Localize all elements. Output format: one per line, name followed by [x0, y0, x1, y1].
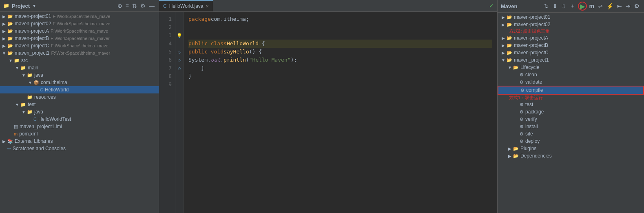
tree-icon-folder: 📁 — [27, 109, 33, 115]
maven-download-icon[interactable]: ⬇ — [551, 2, 559, 10]
tab-close-icon[interactable]: ✕ — [206, 4, 209, 9]
close-panel-icon[interactable]: — — [148, 2, 155, 10]
maven-panel-title: Maven — [501, 3, 517, 9]
maven-tree-item-install[interactable]: ⚙ install — [498, 123, 644, 130]
tree-label: main — [28, 65, 38, 71]
maven-arrow: ▶ — [501, 51, 506, 55]
maven-item-label: install — [525, 124, 538, 129]
settings-icon[interactable]: ⚙ — [139, 2, 146, 10]
project-tree-item-main[interactable]: ▼ 📁 main — [0, 64, 159, 71]
line-number-3: 3 — [162, 31, 172, 40]
maven-item-label: maven-projectA — [514, 35, 548, 41]
maven-tree-item-plugins[interactable]: ▶ 📂 Plugins — [498, 145, 644, 152]
maven-lightning-icon[interactable]: ⚡ — [605, 2, 615, 10]
maven-tree-item-mp1[interactable]: ▼ 📂 maven_project1 — [498, 56, 644, 64]
project-tree: ▶ 📂 maven-project01 F:\WorkSpace\itheima… — [0, 12, 159, 213]
maven-item-label: deploy — [525, 138, 540, 144]
maven-tree-item-mp02[interactable]: ▶ 📂 maven-project02 — [498, 21, 644, 28]
project-tree-item-maven-projectC[interactable]: ▶ 📂 maven-projectC F:\WorkSpace\itheima_… — [0, 42, 159, 49]
editor-tabs-bar: C HelloWorld.java ✕ ✓ — [159, 0, 497, 12]
maven-tree-item-package[interactable]: ⚙ package — [498, 108, 644, 115]
tree-arrow: ▼ — [21, 73, 26, 78]
maven-tree-item-mpC[interactable]: ▶ 📂 maven-projectC — [498, 49, 644, 56]
maven-tree-item-site[interactable]: ⚙ site — [498, 130, 644, 138]
maven-arrow: ▶ — [507, 154, 512, 158]
maven-settings-icon[interactable]: ⚙ — [633, 2, 641, 10]
maven-tree-item-clean[interactable]: ⚙ clean — [498, 71, 644, 78]
project-tree-item-HelloWorld[interactable]: C HelloWorld — [0, 86, 159, 93]
maven-skip-tests-icon[interactable]: ⇌ — [597, 2, 604, 10]
maven-toolbar: ↻ ⬇ ⇩ ＋ ▶ m ⇌ ⚡ ⇤ ⇥ ⚙ — [543, 2, 641, 11]
project-tree-item-resources[interactable]: 📁 resources — [0, 93, 159, 101]
maven-tree-item-verify[interactable]: ⚙ verify — [498, 115, 644, 123]
project-tree-item-HelloWorldTest[interactable]: C HelloWorldTest — [0, 115, 159, 123]
maven-tree-item-deploy[interactable]: ⚙ deploy — [498, 138, 644, 145]
maven-import-icon[interactable]: ⇩ — [560, 2, 567, 10]
code-editor[interactable]: package com.itheima;public class HelloWo… — [184, 12, 497, 213]
project-tree-item-maven_project1.iml[interactable]: ▤ maven_project1.iml — [0, 123, 159, 130]
tree-label: test — [28, 102, 35, 107]
sort-icon[interactable]: ⇅ — [131, 2, 138, 10]
maven-refresh-icon[interactable]: ↻ — [543, 2, 550, 10]
tree-icon-class: C — [40, 87, 43, 92]
maven-tree-item-dependencies[interactable]: ▶ 📂 Dependencies — [498, 152, 644, 160]
project-tree-item-maven-project02[interactable]: ▶ 📂 maven-project02 F:\WorkSpace\itheima… — [0, 20, 159, 27]
project-tree-item-maven-project01[interactable]: ▶ 📂 maven-project01 F:\WorkSpace\itheima… — [0, 13, 159, 20]
project-tree-item-com.itheima[interactable]: ▼ 📦 com.itheima — [0, 79, 159, 86]
gutter-item-1 — [176, 15, 182, 23]
project-panel-header: 📁 Project ▼ ⊕ ≡ ⇅ ⚙ — — [0, 0, 159, 12]
tab-helloworld-java[interactable]: C HelloWorld.java ✕ — [159, 0, 213, 11]
project-tree-item-maven_project1[interactable]: ▼ 📂 maven_project1 F:\WorkSpace\itheima_… — [0, 49, 159, 57]
maven-tree-item-validate[interactable]: ⚙ validate — [498, 78, 644, 86]
maven-align-left-icon[interactable]: ⇤ — [616, 2, 623, 10]
maven-tree: ▶ 📂 maven-project01 ▶ 📂 maven-project02 … — [498, 13, 644, 213]
gutter-item-5: ◇ — [176, 48, 182, 56]
maven-m-icon[interactable]: m — [588, 2, 595, 10]
project-tree-item-src[interactable]: ▼ 📁 src — [0, 57, 159, 64]
maven-icon-project: 📂 — [507, 50, 512, 55]
tree-icon-scratch: ✏ — [7, 146, 11, 151]
tree-label: java — [34, 109, 43, 115]
project-tree-item-maven-projectA[interactable]: ▶ 📂 maven-projectA F:\WorkSpace\itheima_… — [0, 27, 159, 35]
maven-icon-gear: ⚙ — [520, 124, 524, 129]
maven-tree-item-mpB[interactable]: ▶ 📂 maven-projectB — [498, 42, 644, 49]
annotation2-marker: 方式2: — [509, 28, 522, 34]
maven-icon-project: 📂 — [507, 43, 512, 48]
maven-tree-item-lifecycle[interactable]: ▼ 📂 Lifecycle — [498, 64, 644, 71]
maven-item-label: package — [525, 109, 544, 115]
tree-label: HelloWorld — [45, 87, 69, 93]
maven-item-label: maven_project1 — [514, 57, 549, 63]
project-tree-item-pom.xml[interactable]: m pom.xml — [0, 130, 159, 138]
project-tree-item-External Libraries[interactable]: ▶ 📚 External Libraries — [0, 138, 159, 145]
maven-tree-item-mp01[interactable]: ▶ 📂 maven-project01 — [498, 13, 644, 21]
tab-label: HelloWorld.java — [169, 3, 204, 9]
tree-arrow: ▼ — [21, 110, 26, 114]
collapse-icon[interactable]: ≡ — [125, 2, 130, 10]
gutter-item-9 — [176, 80, 182, 89]
maven-run-button[interactable]: ▶ — [578, 2, 587, 11]
maven-item-label: site — [525, 131, 533, 137]
tree-path: F:\WorkSpace\itheima_mave — [51, 43, 108, 48]
project-tree-item-java[interactable]: ▼ 📁 java — [0, 71, 159, 79]
project-tree-item-maven-projectB[interactable]: ▶ 📂 maven-projectB F:\WorkSpace\itheima_… — [0, 35, 159, 42]
maven-arrow: ▼ — [501, 58, 506, 62]
maven-tree-item-test[interactable]: ⚙ test — [498, 101, 644, 108]
locate-icon[interactable]: ⊕ — [117, 2, 123, 10]
project-tree-item-Scratches and Consoles[interactable]: ✏ Scratches and Consoles — [0, 145, 159, 152]
tree-label: maven-project01 — [15, 13, 51, 19]
maven-tree-item-compile[interactable]: ⚙ compile — [498, 86, 644, 95]
maven-add-icon[interactable]: ＋ — [569, 2, 577, 11]
project-tree-item-test-java[interactable]: ▼ 📁 java — [0, 108, 159, 115]
project-header-left: 📁 Project ▼ — [3, 3, 36, 9]
tree-arrow: ▶ — [2, 22, 7, 26]
tree-label: maven-projectA — [15, 28, 49, 34]
tree-icon-folder: 📁 — [27, 95, 33, 100]
tree-label: pom.xml — [19, 131, 38, 137]
maven-tree-item-mpA[interactable]: ▶ 📂 maven-projectA — [498, 34, 644, 42]
tree-icon-package: 📦 — [33, 80, 39, 85]
project-dropdown-arrow[interactable]: ▼ — [32, 4, 36, 8]
tree-label: maven_project1.iml — [20, 124, 62, 129]
code-line-7: } — [188, 64, 492, 72]
maven-align-right-icon[interactable]: ⇥ — [624, 2, 632, 10]
project-tree-item-test[interactable]: ▼ 📁 test — [0, 101, 159, 108]
